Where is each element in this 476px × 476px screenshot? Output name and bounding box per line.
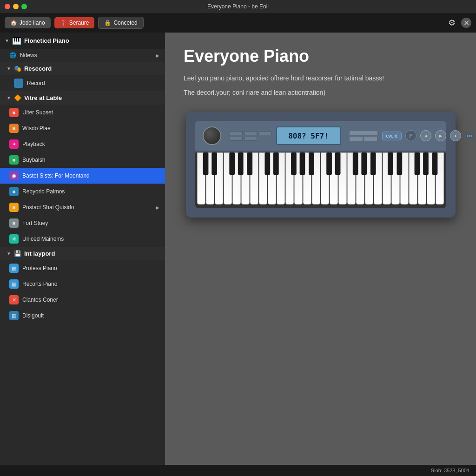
buybalsh-icon: ■ — [9, 155, 19, 165]
white-key[interactable] — [330, 152, 338, 205]
toolbar: 🏠 Jode llano 📍 Seraure 🔒 Conceted ⚙ ✕ — [0, 13, 476, 33]
white-key[interactable] — [383, 152, 391, 205]
arrow-down-icon-4: ▼ — [7, 251, 11, 256]
sidebar-item-disigouit-label: Disigouit — [22, 312, 44, 319]
close-icon-btn[interactable]: ✕ — [461, 18, 471, 28]
sidebar-item-bastet[interactable]: ◉ Bastet Sists: For Moentand — [0, 168, 165, 184]
main-layout: ▼ 🎹 Floneticd Piano 🌐 Ndews ▶ ▼ 🎭 Reseco… — [0, 33, 476, 465]
sidebar-item-uniced[interactable]: ❋ Uniced Mainems — [0, 231, 165, 247]
arrow-down-icon: ▼ — [5, 38, 9, 43]
white-key[interactable] — [197, 152, 205, 205]
sidebar-subgroup-resecord[interactable]: ▼ 🎭 Resecord — [0, 62, 165, 75]
white-key[interactable] — [312, 152, 320, 205]
white-key[interactable] — [436, 152, 444, 205]
minimize-button[interactable] — [13, 4, 19, 9]
sidebar-item-ulter-label: Ulter Supset — [22, 109, 53, 116]
sidebar-item-news[interactable]: 🌐 Ndews ▶ — [0, 49, 165, 62]
white-key[interactable] — [241, 152, 250, 205]
white-key[interactable] — [259, 152, 267, 205]
sidebar-item-postact[interactable]: ■ Postact Shai Quisido ▶ — [0, 199, 165, 215]
white-key[interactable] — [418, 152, 426, 205]
chevron-right-icon: ▶ — [156, 53, 159, 58]
close-button[interactable] — [5, 4, 10, 9]
uniced-icon: ❋ — [9, 234, 19, 244]
sidebar-item-ulter[interactable]: ■ Ulter Supset — [0, 105, 165, 120]
white-key[interactable] — [250, 152, 258, 205]
maximize-button[interactable] — [21, 4, 27, 9]
clantes-icon: ✕ — [9, 295, 19, 304]
white-key[interactable] — [285, 152, 294, 205]
sidebar-subgroup-int-label: Int laypord — [24, 250, 55, 257]
white-key[interactable] — [303, 152, 311, 205]
content-area: Everyone Piano Leel you pano piano, apoc… — [165, 33, 476, 465]
white-key[interactable] — [294, 152, 303, 205]
profess-icon: ▦ — [9, 264, 19, 273]
event-btn[interactable]: event — [382, 132, 402, 140]
sidebar-item-playback[interactable]: ✦ Playback — [0, 136, 165, 152]
sidebar-item-buybalsh-label: Buybalsh — [22, 157, 45, 163]
settings-button[interactable]: ⚙ — [446, 16, 457, 30]
sidebar-item-wisdo-label: Wisdo Plae — [22, 125, 51, 132]
sidebar-item-disigouit[interactable]: ▦ Disigouit — [0, 308, 165, 324]
status-text: Slob: 3528, 5001 — [431, 468, 469, 473]
sidebar-item-postact-label: Postact Shai Quisido — [22, 204, 74, 211]
title-bar: Everyone Piano - be Eoll — [0, 0, 476, 13]
sidebar-top-header[interactable]: ▼ 🎹 Floneticd Piano — [0, 33, 165, 49]
white-key[interactable] — [365, 152, 373, 205]
fort-icon: ■ — [9, 218, 19, 228]
on-btn[interactable]: on — [465, 132, 474, 139]
sidebar-item-uniced-label: Uniced Mainems — [22, 236, 64, 242]
white-key[interactable] — [232, 152, 241, 205]
sidebar-item-record[interactable]: 🎵 Record — [0, 75, 165, 91]
p-btn[interactable]: P — [405, 130, 416, 141]
subgroup-icon-int: 💾 — [14, 250, 21, 257]
white-key[interactable] — [374, 152, 382, 205]
sidebar-item-profess[interactable]: ▦ Profess Piano — [0, 260, 165, 276]
toolbar-btn-3[interactable]: 🔒 Conceted — [98, 17, 143, 29]
sidebar-top-icon: 🎹 — [12, 36, 21, 45]
white-key[interactable] — [338, 152, 347, 205]
white-key[interactable] — [356, 152, 364, 205]
wisdo-icon: ■ — [9, 124, 19, 133]
white-key[interactable] — [400, 152, 409, 205]
round-btn-1[interactable]: ◀ — [420, 130, 431, 141]
white-key[interactable] — [215, 152, 223, 205]
sidebar-item-recorts[interactable]: ▦ Recorts Piano — [0, 276, 165, 292]
sidebar-item-buybalsh[interactable]: ■ Buybalsh — [0, 152, 165, 168]
subgroup-icon-vitre: 🔶 — [14, 94, 21, 101]
toolbar-btn-1[interactable]: 🏠 Jode llano — [5, 17, 51, 28]
news-icon: 🌐 — [9, 52, 16, 59]
record-icon: 🎵 — [14, 79, 23, 88]
white-key[interactable] — [427, 152, 435, 205]
sidebar-subgroup-int[interactable]: ▼ 💾 Int laypord — [0, 247, 165, 260]
sidebar-subgroup-vitre[interactable]: ▼ 🔶 Vitre at Lable — [0, 91, 165, 105]
white-key[interactable] — [277, 152, 285, 205]
sidebar-item-clantes[interactable]: ✕ Clantes Coner — [0, 292, 165, 308]
sidebar-item-fort[interactable]: ■ Fort Stuey — [0, 215, 165, 231]
sidebar-item-recorts-label: Recorts Piano — [22, 281, 57, 287]
round-btn-2[interactable]: ▶ — [435, 130, 446, 141]
toolbar-btn-2[interactable]: 📍 Seraure — [54, 17, 95, 28]
white-key[interactable] — [409, 152, 417, 205]
white-key[interactable] — [391, 152, 400, 205]
sidebar-item-fort-label: Fort Stuey — [22, 220, 48, 226]
piano-container: 808? 5F7! event P ◀ — [184, 112, 457, 218]
volume-knob[interactable] — [203, 126, 221, 145]
white-key[interactable] — [268, 152, 276, 205]
location-icon: 📍 — [60, 20, 67, 26]
sidebar-item-bastet-label: Bastet Sists: For Moentand — [22, 172, 90, 179]
white-key[interactable] — [206, 152, 214, 205]
rebyorid-icon: ■ — [9, 187, 19, 196]
sidebar-item-wisdo[interactable]: ■ Wisdo Plae — [0, 120, 165, 136]
right-controls: event P ◀ ▶ ● on ilue + — [382, 130, 476, 141]
white-key[interactable] — [224, 152, 232, 205]
sidebar-top-label: Floneticd Piano — [24, 37, 69, 44]
chevron-right-icon-2: ▶ — [156, 205, 159, 210]
window-title: Everyone Piano - be Eoll — [207, 3, 269, 10]
bastet-icon: ◉ — [9, 171, 19, 180]
white-key[interactable] — [321, 152, 329, 205]
content-title: Everyone Piano — [184, 46, 457, 66]
round-btn-3[interactable]: ● — [450, 130, 461, 141]
white-key[interactable] — [347, 152, 356, 205]
sidebar-item-rebyorid[interactable]: ■ Rebyorid Paimos — [0, 184, 165, 199]
